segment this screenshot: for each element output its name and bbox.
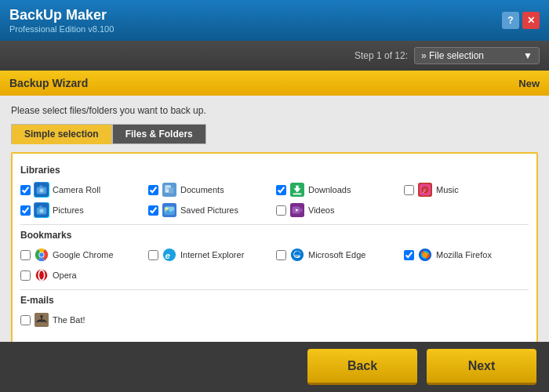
svg-rect-7	[169, 187, 173, 193]
documents-label: Documents	[180, 185, 224, 194]
svg-rect-13	[293, 194, 302, 195]
list-item: Downloads	[276, 182, 401, 198]
svg-point-44	[39, 271, 43, 280]
opera-icon	[34, 267, 49, 283]
svg-point-46	[40, 315, 43, 318]
bottom-bar: Back Next	[0, 342, 549, 392]
svg-rect-22	[39, 206, 42, 209]
title-bar: BackUp Maker Professional Edition v8.100…	[0, 0, 549, 41]
svg-point-26	[165, 207, 169, 210]
camera-roll-icon	[34, 182, 49, 198]
pictures-label: Pictures	[53, 205, 84, 215]
pictures-icon	[34, 202, 49, 218]
list-item: e Internet Explorer	[148, 247, 273, 263]
firefox-checkbox[interactable]	[404, 250, 414, 260]
saved-pictures-checkbox[interactable]	[148, 205, 158, 216]
list-item: Documents	[148, 182, 273, 198]
svg-point-21	[39, 209, 43, 212]
edge-checkbox[interactable]	[276, 250, 286, 260]
videos-icon	[289, 202, 305, 218]
emails-title: E-mails	[20, 295, 529, 306]
music-label: Music	[436, 185, 459, 194]
saved-pictures-icon	[162, 202, 177, 218]
downloads-checkbox[interactable]	[276, 185, 286, 195]
wizard-badge: New	[518, 78, 540, 89]
saved-pictures-label: Saved Pictures	[180, 205, 238, 215]
list-item: Videos	[276, 202, 401, 218]
chrome-checkbox[interactable]	[20, 250, 31, 260]
list-item: Google Chrome	[20, 247, 145, 263]
list-item: Pictures	[20, 202, 145, 218]
step-name: » File selection	[421, 50, 484, 61]
videos-checkbox[interactable]	[276, 205, 286, 216]
pictures-checkbox[interactable]	[20, 205, 31, 216]
dropdown-arrow: ▼	[523, 50, 533, 61]
firefox-icon	[417, 247, 433, 263]
thebat-label: The Bat!	[53, 315, 85, 325]
app-branding: BackUp Maker Professional Edition v8.100	[9, 7, 114, 34]
list-item: Opera	[20, 267, 145, 283]
next-button[interactable]: Next	[427, 349, 536, 385]
ie-icon: e	[162, 247, 177, 263]
tab-files-folders[interactable]: Files & Folders	[112, 124, 206, 144]
downloads-label: Downloads	[308, 185, 351, 194]
help-button[interactable]: ?	[502, 12, 519, 29]
edge-icon	[289, 247, 305, 263]
list-item: Mozilla Firefox	[404, 247, 529, 263]
divider-1	[20, 224, 529, 225]
ie-label: Internet Explorer	[180, 250, 244, 260]
firefox-label: Mozilla Firefox	[436, 250, 492, 260]
bookmarks-grid: Google Chrome e Internet Explorer	[20, 247, 529, 283]
svg-rect-12	[296, 186, 299, 190]
svg-point-37	[291, 249, 304, 261]
svg-text:♪: ♪	[422, 187, 425, 194]
wizard-title: Backup Wizard	[9, 77, 88, 89]
step-label: Step 1 of 12:	[354, 50, 408, 61]
documents-checkbox[interactable]	[148, 185, 158, 195]
music-checkbox[interactable]	[404, 185, 414, 195]
libraries-grid: Camera Roll Documents	[20, 182, 529, 218]
emails-grid: The Bat!	[20, 312, 529, 328]
back-button[interactable]: Back	[307, 349, 417, 385]
app-edition: Professional Edition v8.100	[9, 24, 114, 34]
bookmarks-title: Bookmarks	[20, 230, 529, 241]
documents-icon	[162, 182, 177, 198]
app-title: BackUp Maker	[9, 7, 114, 24]
list-item: Microsoft Edge	[276, 247, 401, 263]
step-dropdown[interactable]: » File selection ▼	[414, 47, 540, 64]
list-item: The Bat!	[20, 312, 145, 328]
edge-label: Microsoft Edge	[308, 250, 365, 260]
tab-simple-selection[interactable]: Simple selection	[11, 124, 112, 144]
main-content: Please select files/folders you want to …	[0, 96, 549, 342]
thebat-checkbox[interactable]	[20, 315, 31, 325]
window-controls: ? ✕	[502, 12, 540, 29]
svg-rect-3	[39, 186, 42, 188]
camera-roll-checkbox[interactable]	[20, 185, 31, 195]
videos-label: Videos	[308, 205, 334, 215]
list-item: Camera Roll	[20, 182, 145, 198]
instruction-text: Please select files/folders you want to …	[11, 105, 538, 116]
ie-checkbox[interactable]	[148, 250, 158, 260]
step-bar: Step 1 of 12: » File selection ▼	[0, 41, 549, 71]
wizard-header: Backup Wizard New	[0, 71, 549, 96]
music-icon: ♪	[417, 182, 433, 198]
downloads-icon	[289, 182, 305, 198]
camera-roll-label: Camera Roll	[53, 185, 100, 194]
list-item: Saved Pictures	[148, 202, 273, 218]
tabs: Simple selection Files & Folders	[11, 124, 538, 144]
libraries-title: Libraries	[20, 165, 529, 176]
svg-point-34	[39, 252, 43, 256]
divider-2	[20, 289, 529, 290]
svg-text:e: e	[165, 250, 171, 260]
chrome-icon	[34, 247, 49, 263]
close-button[interactable]: ✕	[522, 12, 540, 29]
chrome-label: Google Chrome	[53, 250, 114, 260]
selection-box: Libraries Camera Roll	[11, 152, 538, 342]
svg-point-2	[39, 188, 43, 192]
opera-checkbox[interactable]	[20, 270, 31, 281]
list-item: ♪ Music	[404, 182, 529, 198]
thebat-icon	[34, 312, 49, 328]
opera-label: Opera	[53, 270, 77, 280]
